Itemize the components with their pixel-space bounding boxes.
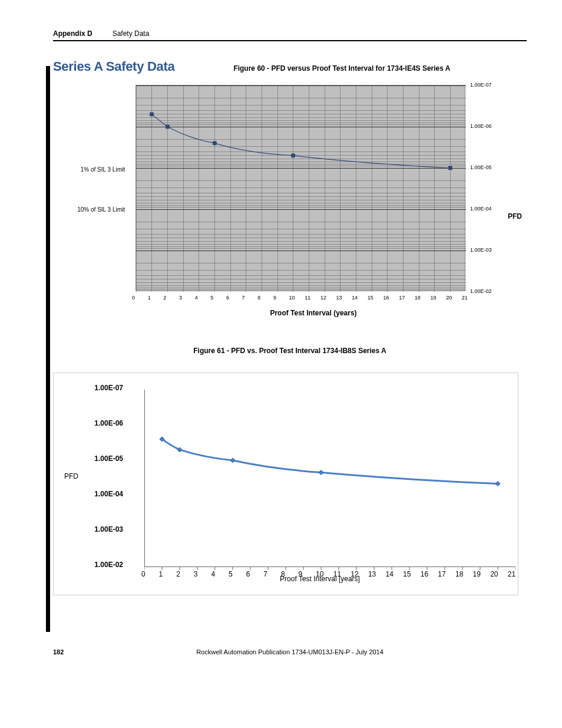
section-heading: Series A Safety Data [53, 59, 174, 74]
annot-1pct-sil3: 1% of SIL 3 Limit [81, 166, 125, 173]
page-header: Appendix D Safety Data [53, 29, 527, 41]
svg-rect-68 [150, 113, 154, 116]
figure60-caption: Figure 60 - PFD versus Proof Test Interv… [233, 64, 450, 73]
svg-rect-72 [448, 166, 452, 170]
figure60-ylabel: PFD [508, 212, 522, 220]
figure60-chart: 1% of SIL 3 Limit 10% of SIL 3 Limit PFD [65, 85, 527, 317]
publication-info: Rockwell Automation Publication 1734-UM0… [88, 648, 491, 655]
figure60-xlabel: Proof Test Interval (years) [100, 309, 527, 317]
y-tick: 1.00E-04 [470, 206, 492, 212]
svg-rect-70 [213, 141, 216, 145]
svg-rect-71 [292, 154, 295, 157]
y-tick: 1.00E-06 [470, 123, 492, 129]
page-number: 182 [53, 648, 88, 655]
page-footer: 182 Rockwell Automation Publication 1734… [53, 648, 527, 655]
figure61-chart: PFD 1.00E-07 1.00E-06 1.00E-05 1.00E-04 … [53, 373, 518, 595]
annot-10pct-sil3: 10% of SIL 3 Limit [77, 206, 125, 213]
figure61-ylabel: PFD [64, 472, 78, 480]
section-label: Safety Data [113, 29, 150, 38]
appendix-label: Appendix D [53, 29, 92, 38]
svg-rect-69 [166, 125, 169, 129]
y-tick: 1.00E-05 [470, 164, 492, 170]
y-tick: 1.00E-02 [470, 288, 492, 294]
y-tick: 1.00E-03 [470, 247, 492, 253]
side-rule [46, 66, 50, 632]
y-tick: 1.00E-07 [470, 82, 492, 88]
figure61-caption: Figure 61 - PFD vs. Proof Test Interval … [53, 347, 527, 355]
